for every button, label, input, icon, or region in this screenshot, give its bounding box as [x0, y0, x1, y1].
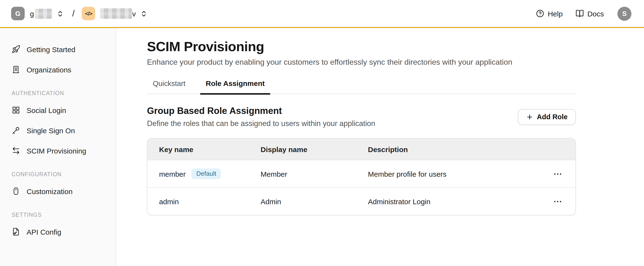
- user-avatar[interactable]: S: [618, 6, 632, 20]
- tab-role-assignment[interactable]: Role Assignment: [200, 76, 270, 94]
- file-key-icon: [12, 227, 20, 236]
- row-actions-button[interactable]: [551, 195, 564, 208]
- sidebar-section-configuration: CONFIGURATION: [0, 167, 116, 181]
- sidebar-section-authentication: AUTHENTICATION: [0, 86, 116, 100]
- sidebar-item-customization[interactable]: Customization: [0, 181, 116, 201]
- workspace-name[interactable]: g: [30, 9, 34, 18]
- sidebar-section-settings: SETTINGS: [0, 208, 116, 222]
- add-role-label: Add Role: [537, 113, 568, 121]
- sidebar-item-single-sign-on[interactable]: Single Sign On: [0, 120, 116, 140]
- sidebar-item-label: API Config: [26, 228, 61, 236]
- sidebar-item-label: Social Login: [26, 106, 66, 114]
- sidebar-item-label: SCIM Provisioning: [26, 146, 86, 155]
- section-heading: Group Based Role Assignment: [147, 106, 375, 116]
- main-content: SCIM Provisioning Enhance your product b…: [116, 28, 644, 266]
- environment-name-redacted: [100, 8, 132, 19]
- role-description: Member profile for users: [368, 170, 544, 178]
- book-open-icon: [575, 9, 584, 18]
- default-badge: Default: [192, 168, 221, 179]
- roles-table: Key name Display name Description member…: [147, 138, 576, 215]
- sidebar: Getting Started Organizations AUTHENTICA…: [0, 28, 116, 266]
- docs-label: Docs: [588, 9, 604, 18]
- rocket-icon: [12, 45, 20, 54]
- sidebar-item-getting-started[interactable]: Getting Started: [0, 39, 116, 59]
- ellipsis-icon: [553, 197, 562, 206]
- add-role-button[interactable]: Add Role: [518, 109, 576, 125]
- environment-switcher-chevron-icon[interactable]: [140, 10, 148, 17]
- sidebar-item-scim-provisioning[interactable]: SCIM Provisioning: [0, 140, 116, 161]
- environment-code-icon[interactable]: </>: [82, 7, 96, 20]
- page-title: SCIM Provisioning: [147, 39, 576, 55]
- sidebar-item-label: Getting Started: [26, 45, 76, 53]
- workspace-logo[interactable]: G: [11, 7, 25, 20]
- sidebar-item-social-login[interactable]: Social Login: [0, 100, 116, 120]
- section-header: Group Based Role Assignment Define the r…: [147, 106, 375, 128]
- role-description: Administrator Login: [368, 197, 544, 205]
- tab-quickstart[interactable]: Quickstart: [147, 76, 191, 94]
- role-display-name: Member: [260, 170, 368, 178]
- help-icon: [536, 9, 544, 18]
- key-icon: [12, 126, 20, 135]
- environment-name-suffix: v: [132, 9, 136, 18]
- column-header-display-name: Display name: [260, 145, 368, 153]
- tab-bar: Quickstart Role Assignment: [147, 76, 576, 94]
- docs-button[interactable]: Docs: [575, 9, 604, 18]
- plus-icon: [526, 113, 534, 121]
- top-bar: G g / </> v Help: [0, 0, 644, 28]
- sidebar-item-organizations[interactable]: Organizations: [0, 59, 116, 80]
- page-subtitle: Enhance your product by enabling your cu…: [147, 58, 576, 67]
- workspace-name-redacted: [35, 8, 52, 18]
- table-header-row: Key name Display name Description: [148, 138, 575, 160]
- environment-name[interactable]: v: [99, 8, 136, 19]
- role-key: admin: [159, 197, 179, 205]
- grid-icon: [12, 106, 20, 115]
- sidebar-item-label: Customization: [26, 187, 72, 195]
- help-label: Help: [548, 9, 563, 18]
- sync-arrows-icon: [12, 146, 20, 155]
- column-header-key-name: Key name: [159, 145, 260, 153]
- sidebar-item-api-config[interactable]: API Config: [0, 222, 116, 242]
- role-key: member: [159, 170, 186, 178]
- sidebar-item-label: Single Sign On: [26, 126, 75, 134]
- help-button[interactable]: Help: [536, 9, 563, 18]
- ellipsis-icon: [553, 169, 562, 178]
- row-actions-button[interactable]: [551, 167, 564, 180]
- breadcrumb: G g / </> v: [11, 7, 148, 20]
- workspace-switcher-chevron-icon[interactable]: [57, 10, 64, 17]
- role-display-name: Admin: [260, 197, 368, 205]
- top-bar-actions: Help Docs S: [536, 6, 632, 20]
- section-description: Define the roles that can be assigned to…: [147, 119, 375, 128]
- app-window: G g / </> v Help: [0, 0, 644, 266]
- column-header-description: Description: [368, 145, 544, 153]
- breadcrumb-separator: /: [72, 8, 75, 18]
- table-row: admin Admin Administrator Login: [148, 187, 575, 215]
- mouse-icon: [12, 187, 20, 196]
- table-row: member Default Member Member profile for…: [148, 160, 575, 187]
- sidebar-item-label: Organizations: [26, 65, 71, 74]
- building-icon: [12, 65, 20, 74]
